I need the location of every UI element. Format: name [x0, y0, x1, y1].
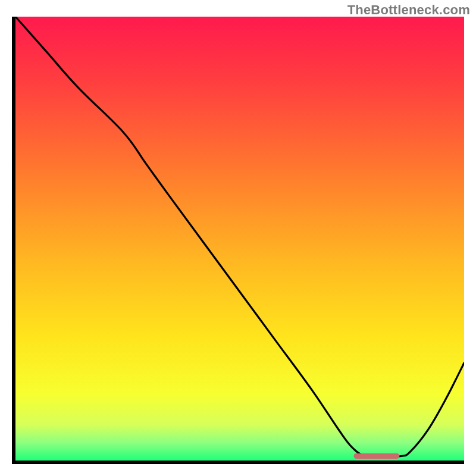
- watermark-text: TheBottleneck.com: [347, 2, 470, 18]
- chart-stage: TheBottleneck.com: [0, 0, 476, 476]
- chart-svg: [12, 17, 464, 464]
- gradient-background: [15, 17, 464, 461]
- plot-area: [12, 17, 464, 464]
